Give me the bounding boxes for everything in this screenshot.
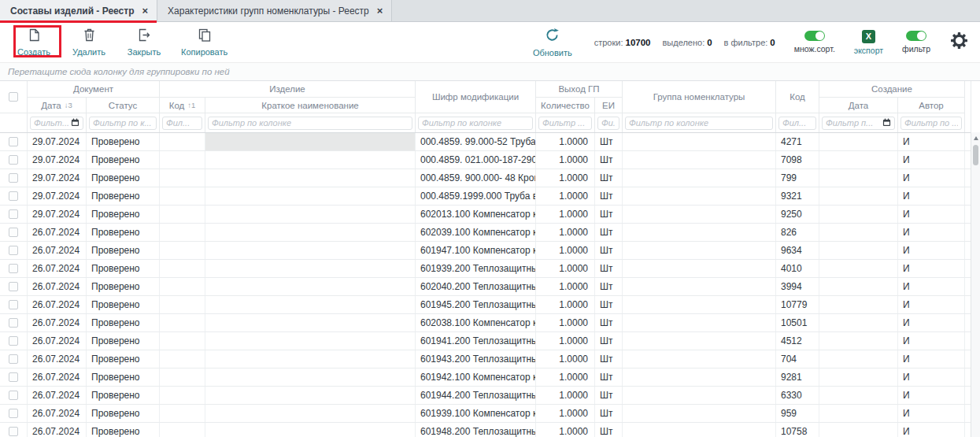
cell-code[interactable]: 799 <box>776 169 819 187</box>
cell-product-code[interactable] <box>160 387 205 404</box>
cell-date[interactable]: 26.07.2024 <box>28 368 87 386</box>
cell-author[interactable]: И <box>898 224 965 241</box>
row-checkbox[interactable] <box>9 391 18 400</box>
group-header-gp-output[interactable]: Выход ГП <box>536 81 623 98</box>
filter-short-name[interactable]: Фильтр по колонке <box>205 113 416 132</box>
cell-author[interactable]: И <box>898 314 965 331</box>
cell-short-name[interactable] <box>205 350 416 368</box>
column-header-creation-date[interactable]: Дата <box>819 98 898 113</box>
cell-short-name[interactable] <box>205 133 416 150</box>
cell-short-name[interactable] <box>205 187 416 205</box>
cell-code[interactable]: 10758 <box>776 423 819 437</box>
row-checkbox[interactable] <box>9 264 18 273</box>
cell-unit[interactable]: Шт <box>595 423 623 437</box>
cell-creation-date[interactable] <box>819 151 898 169</box>
table-row[interactable]: 26.07.2024 Проверено 601945.200 Теплозащ… <box>0 296 971 314</box>
cell-status[interactable]: Проверено <box>87 387 160 404</box>
cell-code[interactable]: 959 <box>776 405 819 422</box>
cell-status[interactable]: Проверено <box>87 332 160 350</box>
table-row[interactable]: 29.07.2024 Проверено 000.4859. 021.000-1… <box>0 151 971 169</box>
row-checkbox[interactable] <box>9 409 18 418</box>
cell-mod-cipher[interactable]: 602038.100 Компенсатор к <box>416 314 536 331</box>
filter-nomenclature-group[interactable]: Фильтр по колонке <box>623 113 776 132</box>
cell-short-name[interactable] <box>205 242 416 259</box>
cell-mod-cipher[interactable]: 000.4859. 900.000- 48 Крон <box>416 169 536 187</box>
row-checkbox[interactable] <box>9 300 18 309</box>
cell-date[interactable]: 26.07.2024 <box>28 224 87 241</box>
filter-quantity[interactable]: Фильтр ... <box>536 113 595 132</box>
delete-button[interactable]: Удалить <box>71 28 107 57</box>
cell-nomenclature-group[interactable] <box>623 169 776 187</box>
cell-author[interactable]: И <box>898 242 965 259</box>
cell-code[interactable]: 7098 <box>776 151 819 169</box>
table-row[interactable]: 26.07.2024 Проверено 601942.100 Компенса… <box>0 368 971 387</box>
cell-creation-date[interactable] <box>819 224 898 241</box>
cell-quantity[interactable]: 1.0000 <box>536 314 595 331</box>
cell-date[interactable]: 29.07.2024 <box>28 169 87 187</box>
cell-date[interactable]: 26.07.2024 <box>28 332 87 350</box>
cell-status[interactable]: Проверено <box>87 169 160 187</box>
tab-product-compositions[interactable]: Составы изделий - Реестр × <box>0 0 157 21</box>
cell-product-code[interactable] <box>160 224 205 241</box>
tab-nomenclature-group-characteristics[interactable]: Характеристики групп номенклатуры - Реес… <box>157 0 392 21</box>
group-header-product[interactable]: Изделие <box>160 81 416 98</box>
cell-product-code[interactable] <box>160 405 205 422</box>
row-checkbox[interactable] <box>9 354 18 364</box>
table-row[interactable]: 29.07.2024 Проверено 000.4859. 99.000-52… <box>0 133 971 151</box>
cell-status[interactable]: Проверено <box>87 314 160 331</box>
cell-nomenclature-group[interactable] <box>623 314 776 331</box>
cell-mod-cipher[interactable]: 601941.200 Теплозащитны <box>416 332 536 350</box>
cell-nomenclature-group[interactable] <box>623 133 776 150</box>
cell-status[interactable]: Проверено <box>87 242 160 259</box>
cell-short-name[interactable] <box>205 169 416 187</box>
cell-unit[interactable]: Шт <box>595 187 623 205</box>
cell-status[interactable]: Проверено <box>87 368 160 386</box>
cell-nomenclature-group[interactable] <box>623 260 776 277</box>
cell-status[interactable]: Проверено <box>87 224 160 241</box>
cell-code[interactable]: 9634 <box>776 242 819 259</box>
close-button[interactable]: Закрыть <box>126 28 162 57</box>
row-checkbox[interactable] <box>9 318 18 328</box>
row-checkbox[interactable] <box>9 372 18 382</box>
cell-author[interactable]: И <box>898 169 965 187</box>
table-row[interactable]: 26.07.2024 Проверено 602039.100 Компенса… <box>0 224 971 242</box>
cell-quantity[interactable]: 1.0000 <box>536 151 595 169</box>
cell-product-code[interactable] <box>160 133 205 150</box>
cell-unit[interactable]: Шт <box>595 296 623 313</box>
filter-creation-date[interactable]: Фильтр п... <box>819 113 898 132</box>
cell-unit[interactable]: Шт <box>595 242 623 259</box>
cell-creation-date[interactable] <box>819 242 898 259</box>
cell-quantity[interactable]: 1.0000 <box>536 206 595 223</box>
cell-quantity[interactable]: 1.0000 <box>536 260 595 277</box>
row-checkbox[interactable] <box>9 282 18 291</box>
cell-mod-cipher[interactable]: 601942.100 Компенсатор к <box>416 368 536 386</box>
cell-nomenclature-group[interactable] <box>623 187 776 205</box>
cell-mod-cipher[interactable]: 602013.100 Компенсатор к <box>416 206 536 223</box>
cell-product-code[interactable] <box>160 423 205 437</box>
cell-author[interactable]: И <box>898 133 965 150</box>
cell-short-name[interactable] <box>205 314 416 331</box>
cell-unit[interactable]: Шт <box>595 224 623 241</box>
cell-date[interactable]: 26.07.2024 <box>28 278 87 295</box>
settings-button[interactable] <box>951 32 967 52</box>
cell-quantity[interactable]: 1.0000 <box>536 224 595 241</box>
cell-nomenclature-group[interactable] <box>623 387 776 404</box>
cell-creation-date[interactable] <box>819 169 898 187</box>
cell-unit[interactable]: Шт <box>595 169 623 187</box>
cell-status[interactable]: Проверено <box>87 133 160 150</box>
cell-unit[interactable]: Шт <box>595 332 623 350</box>
cell-status[interactable]: Проверено <box>87 187 160 205</box>
cell-code[interactable]: 4010 <box>776 260 819 277</box>
cell-quantity[interactable]: 1.0000 <box>536 133 595 150</box>
cell-mod-cipher[interactable]: 602040.200 Теплозащитны <box>416 278 536 295</box>
cell-creation-date[interactable] <box>819 350 898 368</box>
cell-quantity[interactable]: 1.0000 <box>536 368 595 386</box>
cell-status[interactable]: Проверено <box>87 350 160 368</box>
group-header-document[interactable]: Документ <box>28 81 160 98</box>
row-checkbox[interactable] <box>9 155 18 165</box>
create-button[interactable]: Создать <box>16 28 52 57</box>
cell-mod-cipher[interactable]: 601944.200 Теплозащитны <box>416 387 536 404</box>
cell-creation-date[interactable] <box>819 332 898 350</box>
cell-code[interactable]: 4512 <box>776 332 819 350</box>
group-header-creation[interactable]: Создание <box>819 81 965 98</box>
